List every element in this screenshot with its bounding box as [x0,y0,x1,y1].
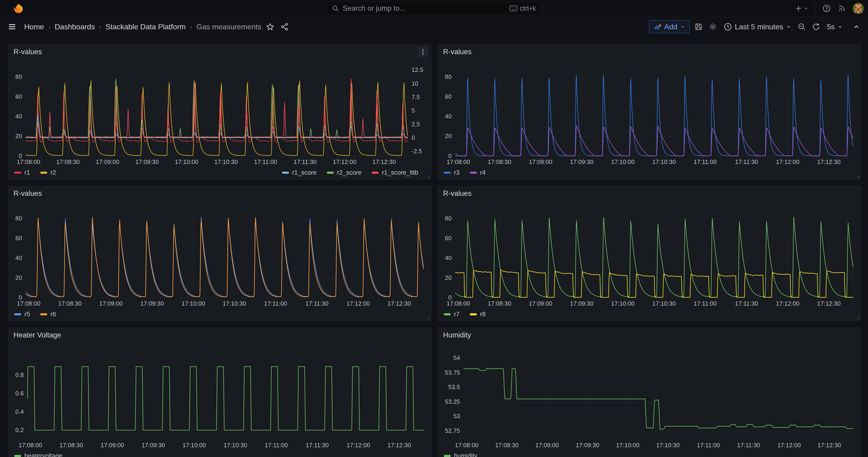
menu-toggle-button[interactable] [6,21,18,32]
hamburger-icon [8,23,16,31]
chart-canvas[interactable] [10,200,430,308]
legend-swatch [14,172,21,174]
legend-label: r2_score [337,169,362,176]
chart-canvas[interactable] [10,58,430,167]
save-icon [694,23,703,31]
legend-label: r4 [480,169,486,176]
legend-swatch [470,172,477,174]
legend-label: r1 [24,169,30,176]
chevron-down-icon [680,24,685,29]
legend-label: r7 [454,311,460,318]
legend-label: r1_score_lttb [382,169,418,176]
panel-title[interactable]: R-values [437,186,861,200]
panel-r5-r6: R-valuesr5r6 [8,186,431,321]
user-avatar[interactable] [852,3,864,14]
news-button[interactable] [838,4,846,12]
legend-item-humidity[interactable]: humidity [444,452,477,457]
legend-swatch [40,172,47,174]
search-shortcut: ctrl+k [509,5,536,12]
chevron-down-icon [786,24,791,29]
legend-item-r1_score[interactable]: r1_score [282,169,317,176]
search-box[interactable]: Search or jump to... ctrl+k [327,2,541,15]
legend-item-r1_score_lttb[interactable]: r1_score_lttb [372,169,418,176]
breadcrumb-current: Gas measurements [196,23,261,31]
legend-swatch [282,172,289,174]
legend-item-r5[interactable]: r5 [14,311,30,318]
top-nav-bar: Search or jump to... ctrl+k [0,0,868,17]
search-icon [332,5,339,12]
panel-legend: humidity [444,451,848,457]
panel-r1-r2-r1_score-r2_score-r1_score_lttb: R-valuesr1r2r1_scorer2_scorer1_score_ltt… [8,44,431,180]
legend-swatch [327,172,334,174]
panel-menu-button[interactable] [418,47,428,57]
panel-title[interactable]: Heater Voltage [8,328,431,342]
help-icon [823,4,831,12]
legend-item-r8[interactable]: r8 [470,311,486,318]
search-placeholder: Search or jump to... [343,4,506,12]
panel-title[interactable]: R-values [8,186,431,200]
divider [815,4,815,13]
panel-heatervoltage: Heater Voltageheatervoltage [8,328,431,457]
new-menu-button[interactable] [795,5,808,12]
legend-label: heatervoltage [24,452,63,457]
zoom-out-icon [798,23,806,31]
kebab-icon [423,52,424,53]
legend-item-r3[interactable]: r3 [444,169,460,176]
breadcrumb: Home › Dashboards › Stackable Data Platf… [24,23,261,31]
chevron-down-icon [804,6,808,11]
share-icon [280,23,289,31]
legend-label: r8 [480,311,486,318]
refresh-button[interactable] [811,21,822,32]
help-button[interactable] [823,4,831,12]
refresh-interval-picker[interactable]: 5s [825,21,844,33]
legend-swatch [14,455,21,457]
refresh-icon [812,23,820,31]
breadcrumb-dashboards[interactable]: Dashboards [55,23,95,31]
legend-item-r6[interactable]: r6 [40,311,56,318]
panel-title[interactable]: R-values [8,44,431,58]
time-range-picker[interactable]: Last 5 minutes [722,21,793,33]
legend-item-r2[interactable]: r2 [40,169,56,176]
save-dashboard-button[interactable] [693,21,704,32]
zoom-out-time-button[interactable] [796,21,807,32]
panel-legend: heatervoltage [14,451,418,457]
legend-item-r7[interactable]: r7 [444,311,460,318]
legend-item-heatervoltage[interactable]: heatervoltage [14,452,63,457]
gear-icon [709,23,717,31]
dashboard-toolbar: Home › Dashboards › Stackable Data Platf… [0,17,868,37]
keyboard-icon [509,5,518,11]
top-nav-actions [795,0,864,17]
chevron-up-icon [852,23,860,30]
share-button[interactable] [279,21,290,32]
panel-legend: r3r4 [444,167,848,178]
breadcrumb-home[interactable]: Home [24,23,44,31]
legend-item-r2_score[interactable]: r2_score [327,169,362,176]
legend-swatch [444,455,451,457]
panel-humidity: Humidityhumidity [437,328,861,457]
legend-label: r5 [24,311,30,318]
legend-item-r1[interactable]: r1 [14,169,30,176]
rss-icon [838,4,846,12]
panel-legend: r5r6 [14,309,418,319]
legend-label: r2 [51,169,56,176]
legend-swatch [444,172,451,174]
panel-title[interactable]: Humidity [437,328,861,342]
legend-swatch [372,172,379,174]
collapse-controls-button[interactable] [851,22,862,32]
panel-title[interactable]: R-values [437,44,861,58]
chart-canvas[interactable] [439,200,859,308]
grafana-logo[interactable] [12,3,24,14]
chart-canvas[interactable] [439,342,859,450]
legend-item-r4[interactable]: r4 [470,169,486,176]
legend-label: humidity [454,452,477,457]
chart-canvas[interactable] [10,342,430,450]
favorite-button[interactable] [265,21,276,32]
panel-legend: r7r8 [444,309,848,319]
legend-label: r1_score [292,169,317,176]
chart-canvas[interactable] [439,58,859,167]
breadcrumb-folder[interactable]: Stackable Data Platform [105,23,186,31]
star-icon [266,23,274,31]
legend-label: r6 [51,311,56,318]
add-button[interactable]: Add [649,20,690,33]
dashboard-settings-button[interactable] [707,21,718,32]
